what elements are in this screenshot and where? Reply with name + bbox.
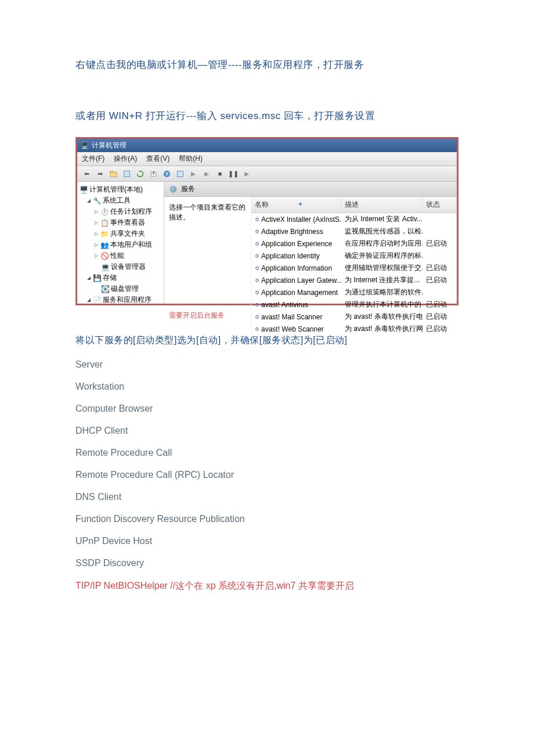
service-gear-icon: ⚙ [255,302,259,308]
service-name: Adaptive Brightness [261,228,323,236]
tools-icon: 🔧 [93,197,101,205]
event-icon: 📋 [100,219,109,227]
svg-text:?: ? [165,171,168,177]
menu-view[interactable]: 查看(V) [146,154,169,164]
col-name[interactable]: 名称 ▲ [251,197,341,213]
menu-file[interactable]: 文件(F) [82,154,104,164]
service-item-special: TIP/IP NetBIOSHelper //这个在 xp 系统没有开启,win… [75,580,459,592]
service-desc: 确定并验证应用程序的标... [341,250,423,261]
collapse-icon[interactable]: ◢ [86,198,91,203]
tree-system-tools[interactable]: ◢ 🔧 系统工具 [78,195,163,206]
svg-rect-1 [124,171,129,177]
back-icon[interactable]: ⬅ [81,168,92,179]
service-name: avast! Antivirus [261,301,308,309]
service-gear-icon: ⚙ [255,265,259,271]
tree-disk-mgmt[interactable]: 💽 磁盘管理 [78,283,163,294]
menu-help[interactable]: 帮助(H) [179,154,203,164]
perf-icon: 🚫 [100,252,109,260]
props2-icon[interactable] [174,168,186,179]
window-title: 计算机管理 [92,141,127,150]
service-status: 已启动 [423,275,457,286]
tree-root[interactable]: 🖥️ 计算机管理(本地) [78,184,163,195]
table-row[interactable]: ⚙avast! Mail Scanner为 avast! 杀毒软件执行电...已… [251,311,457,323]
stop-icon[interactable]: ■ [214,168,226,179]
disk-icon: 💽 [101,285,109,293]
service-gear-icon: ⚙ [255,314,259,320]
window-titlebar: 🖥️ 计算机管理 [77,139,457,152]
service-item: Computer Browser [75,404,459,414]
collapse-icon[interactable]: ◢ [86,297,91,303]
tree-task-scheduler[interactable]: ▷ ⏱️ 任务计划程序 [78,206,163,217]
expand-icon[interactable]: ▷ [93,242,99,247]
service-item: DNS Client [75,492,459,502]
service-desc: 监视氛围光传感器，以检... [341,226,423,237]
collapse-icon[interactable]: ◢ [86,275,91,280]
pause-icon[interactable]: ❚❚ [228,168,239,179]
gear-icon: ⚙️ [169,185,178,193]
service-status: 已启动 [423,299,457,310]
menu-action[interactable]: 操作(A) [114,154,137,164]
service-gear-icon: ⚙ [255,217,259,222]
service-name: Application Identity [261,252,320,260]
play-icon[interactable]: ▶ [187,168,199,179]
table-row[interactable]: ⚙Application Experience在应用程序启动时为应用...已启动 [251,237,457,250]
tree-performance[interactable]: ▷ 🚫 性能 [78,250,163,261]
table-row[interactable]: ⚙ActiveX Installer (AxInstS...为从 Interne… [251,213,457,225]
device-icon: 💻 [101,263,109,271]
service-status [423,214,457,225]
table-row[interactable]: ⚙Application Management为通过组策略部署的软件... [251,286,457,298]
sort-asc-icon: ▲ [298,200,303,206]
service-gear-icon: ⚙ [255,241,259,247]
service-status [423,287,457,298]
service-name: ActiveX Installer (AxInstS... [261,215,341,224]
tree-storage[interactable]: ◢ 💾 存储 [78,272,163,283]
folder-icon: 📁 [100,230,109,238]
tree-services-apps[interactable]: ◢ 📄 服务和应用程序 [78,294,163,304]
service-item: Server [75,359,459,370]
export-icon[interactable] [147,168,159,179]
tree-shared-folders[interactable]: ▷ 📁 共享文件夹 [78,228,163,239]
tree-storage-label: 存储 [103,273,117,283]
service-name: Application Information [261,264,332,272]
service-gear-icon: ⚙ [255,290,259,296]
services-pane-header: ⚙️ 服务 [164,182,457,197]
table-row[interactable]: ⚙avast! Web Scanner为 avast! 杀毒软件执行网已启动 [251,323,457,335]
service-desc: 使用辅助管理权限便于交... [341,262,423,273]
services-list: 名称 ▲ 描述 状态 ⚙ActiveX Installer (AxInstS..… [251,197,457,335]
expand-icon[interactable]: ▷ [93,253,99,258]
computer-icon: 🖥️ [81,142,89,149]
table-row[interactable]: ⚙Application Identity确定并验证应用程序的标... [251,250,457,262]
service-desc: 管理并执行本计算机中的 ... [341,299,423,310]
service-status: 已启动 [423,323,457,334]
refresh-icon[interactable] [134,168,146,179]
col-status[interactable]: 状态 [423,197,457,213]
expand-icon[interactable]: ▷ [93,231,99,236]
intro-text-2: 或者用 WIN+R 打开运行---输入 services.msc 回车，打开服务… [75,109,459,123]
document-body: 右键点击我的电脑或计算机—管理----服务和应用程序，打开服务 或者用 WIN+… [0,0,534,627]
table-row[interactable]: ⚙Application Information使用辅助管理权限便于交...已启… [251,262,457,274]
folder-up-icon[interactable] [107,168,119,179]
forward-icon[interactable]: ➡ [94,168,106,179]
tree-disk-label: 磁盘管理 [111,284,139,294]
service-item: Remote Procedure Call (RPC) Locator [75,470,459,480]
tree-users-label: 本地用户和组 [110,240,152,250]
tree-event-viewer[interactable]: ▷ 📋 事件查看器 [78,217,163,228]
toolbar: ⬅ ➡ ? ▶ ▶ ■ ❚❚ ▶ [77,166,457,182]
tree-device-mgr[interactable]: 💻 设备管理器 [78,261,163,272]
col-desc[interactable]: 描述 [341,197,423,213]
properties-icon[interactable] [121,168,132,179]
tree-task-label: 任务计划程序 [110,207,152,217]
table-row[interactable]: ⚙Application Layer Gatew...为 Internet 连接… [251,274,457,286]
expand-icon[interactable]: ▷ [93,209,99,214]
restart-icon[interactable]: ▶ [241,168,252,179]
tree-local-users[interactable]: ▷ 👥 本地用户和组 [78,239,163,250]
expand-icon[interactable]: ▷ [93,220,99,225]
table-row[interactable]: ⚙Adaptive Brightness监视氛围光传感器，以检... [251,225,457,237]
play2-icon[interactable]: ▶ [201,168,212,179]
detail-prompt-text: 选择一个项目来查看它的描述。 [169,203,246,222]
service-item: Remote Procedure Call [75,448,459,458]
service-desc: 为从 Internet 安装 Activ... [341,214,423,225]
table-row[interactable]: ⚙avast! Antivirus管理并执行本计算机中的 ...已启动 [251,298,457,311]
col-name-label: 名称 [255,200,269,208]
help-icon[interactable]: ? [161,168,172,179]
